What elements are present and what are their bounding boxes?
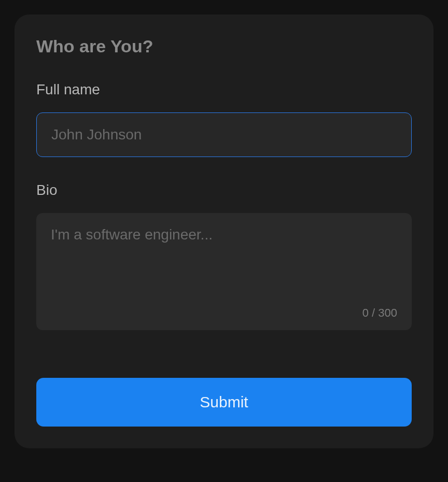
full-name-field-group: Full name <box>36 81 412 157</box>
bio-char-counter: 0 / 300 <box>362 306 397 320</box>
full-name-input[interactable] <box>36 112 412 157</box>
submit-button[interactable]: Submit <box>36 378 412 427</box>
bio-textarea[interactable] <box>51 226 397 299</box>
bio-label: Bio <box>36 182 412 199</box>
profile-form-card: Who are You? Full name Bio 0 / 300 Submi… <box>15 15 433 448</box>
form-heading: Who are You? <box>36 36 412 56</box>
bio-field-group: Bio 0 / 300 <box>36 182 412 330</box>
bio-textarea-wrap: 0 / 300 <box>36 213 412 330</box>
full-name-label: Full name <box>36 81 412 98</box>
